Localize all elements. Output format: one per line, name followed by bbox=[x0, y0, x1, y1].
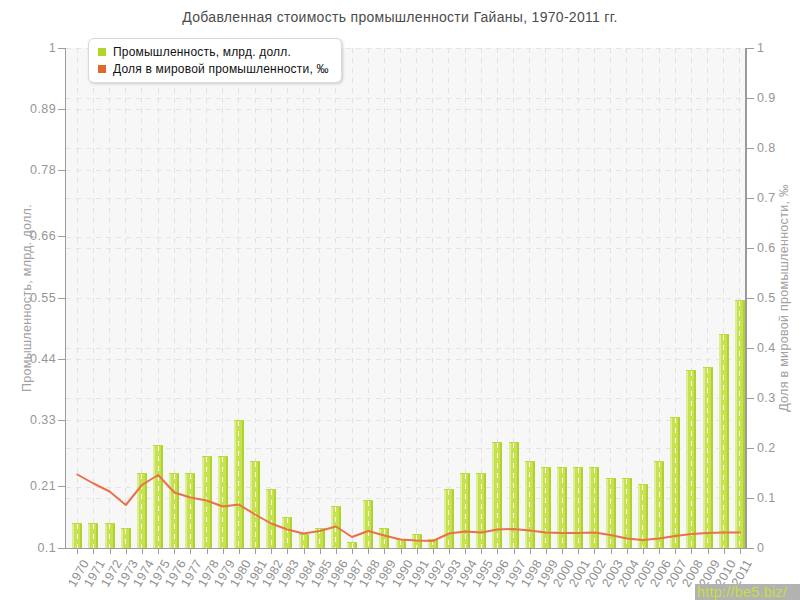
bar-gridline-overlay bbox=[739, 301, 740, 548]
bar-gridline-overlay bbox=[174, 474, 175, 549]
v-gridline bbox=[109, 48, 110, 548]
chart-title: Добавленная стоимость промышленности Гай… bbox=[0, 9, 800, 25]
v-gridline bbox=[303, 48, 304, 548]
bar-2006[interactable] bbox=[654, 461, 664, 548]
bar-2000[interactable] bbox=[557, 467, 567, 549]
bar-1984[interactable] bbox=[299, 534, 309, 549]
right-axis-tick bbox=[747, 398, 754, 399]
bar-2003[interactable] bbox=[606, 478, 616, 548]
bar-1979[interactable] bbox=[218, 456, 228, 549]
x-axis-tick bbox=[740, 549, 741, 554]
bar-gridline-overlay bbox=[255, 462, 256, 548]
bar-1999[interactable] bbox=[541, 467, 551, 549]
watermark-link[interactable]: http://be5.biz/ bbox=[695, 584, 800, 600]
bar-1977[interactable] bbox=[185, 473, 195, 549]
bar-2010[interactable] bbox=[719, 334, 729, 549]
bar-2007[interactable] bbox=[670, 417, 680, 549]
right-tick-label: 0.2 bbox=[757, 441, 799, 455]
bar-2008[interactable] bbox=[686, 370, 696, 549]
bar-1980[interactable] bbox=[234, 420, 244, 549]
right-axis-tick bbox=[747, 498, 754, 499]
left-axis-tick bbox=[58, 359, 65, 360]
bar-1985[interactable] bbox=[315, 528, 325, 548]
bar-2002[interactable] bbox=[589, 467, 599, 549]
x-axis-tick bbox=[643, 549, 644, 554]
bar-2004[interactable] bbox=[622, 478, 632, 548]
bar-gridline-overlay bbox=[271, 490, 272, 548]
right-tick-label: 0.8 bbox=[757, 141, 799, 155]
v-gridline bbox=[352, 48, 353, 548]
right-axis-tick bbox=[747, 448, 754, 449]
v-gridline bbox=[93, 48, 94, 548]
x-axis-tick bbox=[384, 549, 385, 554]
v-gridline bbox=[626, 48, 627, 548]
bar-1995[interactable] bbox=[476, 473, 486, 549]
legend-item-share[interactable]: Доля в мировой промышленности, ‰ bbox=[98, 60, 329, 77]
bar-gridline-overlay bbox=[659, 462, 660, 548]
legend: Промышленность, млрд. долл. Доля в миров… bbox=[88, 38, 342, 83]
bar-1978[interactable] bbox=[202, 456, 212, 549]
right-tick-label: 0.1 bbox=[757, 491, 799, 505]
bar-1981[interactable] bbox=[250, 461, 260, 548]
bar-2009[interactable] bbox=[703, 367, 713, 549]
bar-1998[interactable] bbox=[525, 461, 535, 548]
bar-1993[interactable] bbox=[444, 489, 454, 548]
bar-1974[interactable] bbox=[137, 473, 147, 549]
bar-2005[interactable] bbox=[638, 484, 648, 549]
left-axis-tick bbox=[58, 109, 65, 110]
chart-canvas: Добавленная стоимость промышленности Гай… bbox=[0, 0, 800, 600]
bar-gridline-overlay bbox=[238, 421, 239, 549]
v-gridline bbox=[368, 48, 369, 548]
bar-1975[interactable] bbox=[153, 445, 163, 549]
right-axis-tick bbox=[747, 248, 754, 249]
legend-item-industry[interactable]: Промышленность, млрд. долл. bbox=[98, 43, 329, 60]
left-axis-tick bbox=[58, 420, 65, 421]
bar-gridline-overlay bbox=[562, 468, 563, 549]
bar-2001[interactable] bbox=[573, 467, 583, 549]
bar-1970[interactable] bbox=[72, 523, 82, 549]
left-axis-tick bbox=[58, 298, 65, 299]
bar-gridline-overlay bbox=[497, 443, 498, 549]
bar-gridline-overlay bbox=[723, 335, 724, 549]
v-gridline bbox=[77, 48, 78, 548]
bar-1994[interactable] bbox=[460, 473, 470, 549]
bar-1972[interactable] bbox=[105, 523, 115, 549]
right-tick-label: 0.9 bbox=[757, 91, 799, 105]
bar-1997[interactable] bbox=[509, 442, 519, 549]
v-gridline bbox=[610, 48, 611, 548]
x-axis-tick bbox=[449, 549, 450, 554]
bar-gridline-overlay bbox=[303, 535, 304, 549]
bar-gridline-overlay bbox=[206, 457, 207, 549]
bar-1976[interactable] bbox=[169, 473, 179, 549]
bar-1983[interactable] bbox=[282, 517, 292, 549]
bar-1989[interactable] bbox=[379, 528, 389, 548]
x-axis-tick bbox=[497, 549, 498, 554]
bar-1986[interactable] bbox=[331, 506, 341, 549]
bar-gridline-overlay bbox=[691, 371, 692, 549]
bar-1988[interactable] bbox=[363, 500, 373, 548]
bar-gridline-overlay bbox=[93, 524, 94, 549]
right-axis-tick bbox=[747, 298, 754, 299]
bar-gridline-overlay bbox=[529, 462, 530, 548]
bar-1991[interactable] bbox=[412, 534, 422, 549]
bar-1973[interactable] bbox=[121, 528, 131, 548]
bar-gridline-overlay bbox=[125, 529, 126, 548]
legend-item-industry-label: Промышленность, млрд. долл. bbox=[113, 45, 291, 59]
v-gridline bbox=[271, 48, 272, 548]
x-axis-tick bbox=[271, 549, 272, 554]
bar-2011[interactable] bbox=[735, 300, 745, 548]
bar-1971[interactable] bbox=[88, 523, 98, 549]
left-tick-label: 0.89 bbox=[14, 102, 56, 116]
left-axis-tick bbox=[58, 548, 65, 549]
bar-1996[interactable] bbox=[492, 442, 502, 549]
v-gridline bbox=[384, 48, 385, 548]
bar-gridline-overlay bbox=[465, 474, 466, 549]
v-gridline bbox=[287, 48, 288, 548]
x-axis-tick bbox=[190, 549, 191, 554]
x-axis-tick bbox=[158, 549, 159, 554]
left-tick-label: 0.78 bbox=[14, 163, 56, 177]
bar-1982[interactable] bbox=[266, 489, 276, 548]
x-axis-tick bbox=[481, 549, 482, 554]
left-axis-title: Промышленность, млрд. долл. bbox=[20, 204, 34, 392]
v-gridline bbox=[432, 48, 433, 548]
